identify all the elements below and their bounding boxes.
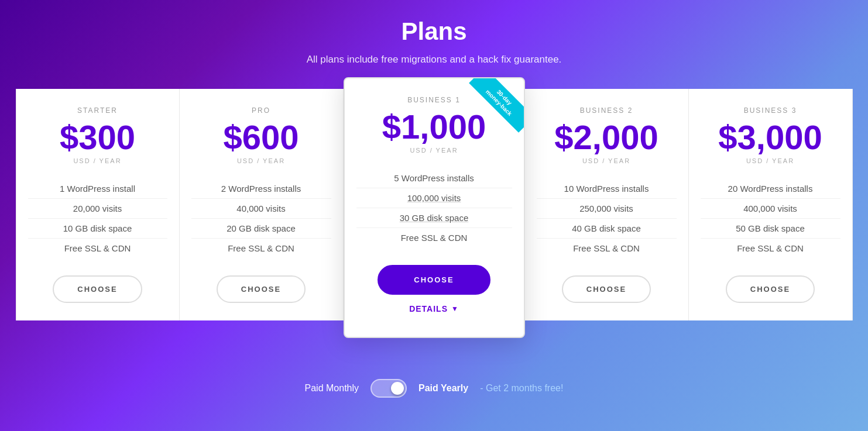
plan-name-pro: PRO — [191, 106, 331, 115]
feature-item: 20,000 visits — [28, 199, 167, 219]
plan-features-business1: 5 WordPress installs 100,000 visits 30 G… — [356, 168, 512, 247]
choose-button-starter[interactable]: CHOOSE — [53, 275, 142, 303]
feature-item: 100,000 visits — [356, 188, 512, 208]
plan-features-starter: 1 WordPress install 20,000 visits 10 GB … — [28, 179, 167, 258]
feature-item: Free SSL & CDN — [701, 239, 840, 258]
chevron-down-icon: ▼ — [451, 305, 459, 313]
billing-toggle[interactable] — [370, 379, 407, 398]
feature-item: 20 WordPress installs — [701, 179, 840, 199]
feature-item: 250,000 visits — [537, 199, 677, 219]
feature-item: Free SSL & CDN — [537, 239, 677, 258]
plan-features-business3: 20 WordPress installs 400,000 visits 50 … — [701, 179, 840, 258]
plan-name-starter: STARTER — [28, 106, 167, 115]
page-subtitle: All plans include free migrations and a … — [307, 54, 562, 65]
feature-item: Free SSL & CDN — [191, 239, 331, 258]
choose-button-business2[interactable]: CHOOSE — [562, 275, 651, 303]
header: Plans All plans include free migrations … — [307, 18, 562, 65]
plan-price-pro: $600 — [191, 120, 331, 154]
feature-item: 20 GB disk space — [191, 219, 331, 239]
page-container: Plans All plans include free migrations … — [0, 0, 868, 431]
feature-item: 40,000 visits — [191, 199, 331, 219]
feature-item: 50 GB disk space — [701, 219, 840, 239]
plan-name-business3: BUSINESS 3 — [701, 106, 840, 115]
toggle-track[interactable] — [370, 379, 407, 398]
promo-label: - Get 2 months free! — [480, 383, 563, 394]
feature-item: Free SSL & CDN — [28, 239, 167, 258]
feature-item: 2 WordPress installs — [191, 179, 331, 199]
feature-item: 10 WordPress installs — [537, 179, 677, 199]
plan-card-business1: 30-daymoney-back BUSINESS 1 $1,000 USD /… — [344, 77, 525, 338]
feature-item: 10 GB disk space — [28, 219, 167, 239]
feature-item: Free SSL & CDN — [356, 228, 512, 247]
plan-price-unit-business2: USD / YEAR — [537, 157, 677, 164]
plan-price-unit-business3: USD / YEAR — [701, 157, 840, 164]
plan-price-unit-business1: USD / YEAR — [356, 147, 512, 154]
feature-item: 1 WordPress install — [28, 179, 167, 199]
plan-card-starter: STARTER $300 USD / YEAR 1 WordPress inst… — [16, 89, 180, 320]
toggle-thumb — [391, 382, 404, 395]
plan-name-business2: BUSINESS 2 — [537, 106, 677, 115]
page-title: Plans — [307, 18, 562, 46]
feature-item: 40 GB disk space — [537, 219, 677, 239]
plan-card-pro: PRO $600 USD / YEAR 2 WordPress installs… — [180, 89, 344, 320]
feature-item: 400,000 visits — [701, 199, 840, 219]
ribbon-wrap: 30-daymoney-back — [465, 78, 524, 137]
plan-price-starter: $300 — [28, 120, 167, 154]
plan-card-business3: BUSINESS 3 $3,000 USD / YEAR 20 WordPres… — [689, 89, 853, 320]
plan-price-unit-pro: USD / YEAR — [191, 157, 331, 164]
money-back-ribbon: 30-daymoney-back — [469, 78, 524, 133]
plan-price-business2: $2,000 — [537, 120, 677, 154]
choose-button-business1[interactable]: CHOOSE — [378, 265, 490, 295]
details-label: DETAILS — [409, 304, 448, 313]
feature-item: 5 WordPress installs — [356, 168, 512, 188]
plans-row: STARTER $300 USD / YEAR 1 WordPress inst… — [0, 89, 868, 350]
plan-features-business2: 10 WordPress installs 250,000 visits 40 … — [537, 179, 677, 258]
details-link[interactable]: DETAILS ▼ — [356, 304, 512, 313]
billing-toggle-section: Paid Monthly Paid Yearly - Get 2 months … — [0, 350, 868, 415]
choose-button-pro[interactable]: CHOOSE — [217, 275, 306, 303]
plan-features-pro: 2 WordPress installs 40,000 visits 20 GB… — [191, 179, 331, 258]
plan-price-business3: $3,000 — [701, 120, 840, 154]
choose-button-business3[interactable]: CHOOSE — [726, 275, 815, 303]
plan-price-unit-starter: USD / YEAR — [28, 157, 167, 164]
feature-item: 30 GB disk space — [356, 208, 512, 228]
plan-card-business2: BUSINESS 2 $2,000 USD / YEAR 10 WordPres… — [525, 89, 689, 320]
paid-yearly-label: Paid Yearly — [418, 383, 468, 394]
paid-monthly-label: Paid Monthly — [305, 383, 359, 394]
